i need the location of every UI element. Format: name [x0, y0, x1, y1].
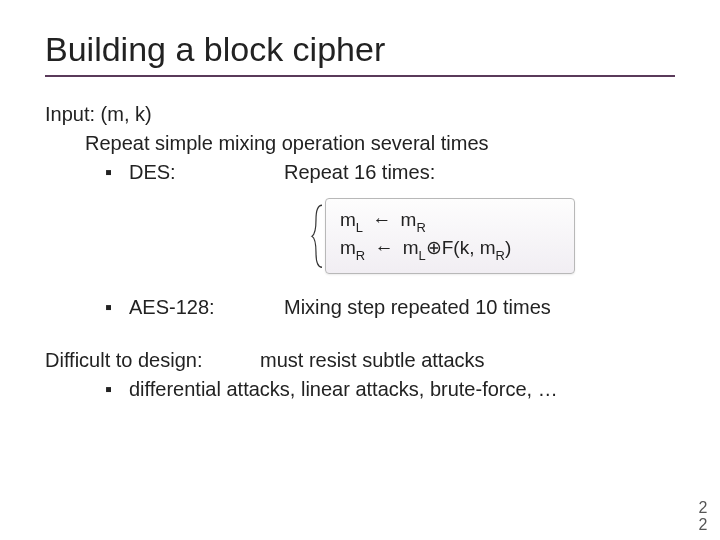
difficult-lead: Difficult to design: — [45, 347, 260, 374]
difficult-line: Difficult to design: must resist subtle … — [45, 347, 675, 374]
bullet-icon: ▪ — [105, 294, 129, 321]
attack-block: Difficult to design: must resist subtle … — [45, 347, 675, 403]
attacks-list: differential attacks, linear attacks, br… — [129, 376, 558, 403]
attacks-bullet-line: ▪ differential attacks, linear attacks, … — [45, 376, 675, 403]
feistel-formula-box: mL ← mR mR ← mL⊕F(k, mR) — [325, 198, 575, 274]
des-line: ▪ DES: Repeat 16 times: — [45, 159, 675, 186]
bullet-icon: ▪ — [105, 159, 129, 186]
des-detail: Repeat 16 times: — [284, 159, 435, 186]
brace-icon — [310, 203, 324, 269]
slide: Building a block cipher Input: (m, k) Re… — [0, 0, 720, 540]
formula-line-1: mL ← mR — [340, 207, 560, 235]
difficult-tail: must resist subtle attacks — [260, 347, 485, 374]
slide-title: Building a block cipher — [45, 30, 675, 69]
des-label: DES: — [129, 159, 284, 186]
input-line: Input: (m, k) — [45, 101, 675, 128]
aes-detail: Mixing step repeated 10 times — [284, 294, 551, 321]
slide-body: Input: (m, k) Repeat simple mixing opera… — [45, 101, 675, 403]
repeat-line: Repeat simple mixing operation several t… — [45, 130, 675, 157]
bullet-icon: ▪ — [105, 376, 129, 403]
page-number: 22 — [696, 500, 710, 534]
title-underline — [45, 75, 675, 77]
aes-label: AES-128: — [129, 294, 284, 321]
aes-line: ▪ AES-128: Mixing step repeated 10 times — [45, 294, 675, 321]
formula-line-2: mR ← mL⊕F(k, mR) — [340, 235, 560, 263]
